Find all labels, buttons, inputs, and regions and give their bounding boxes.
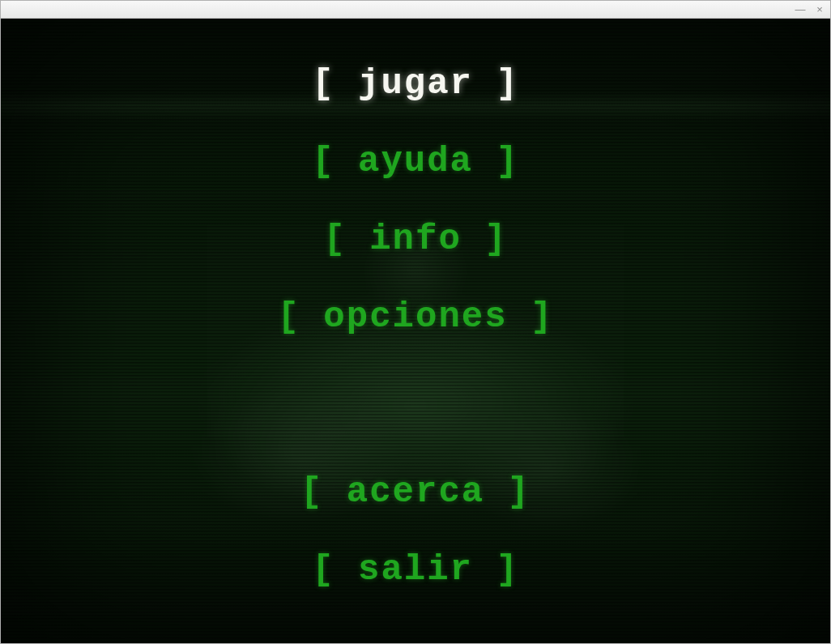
minimize-button[interactable]: — — [795, 4, 806, 15]
menu-item-exit[interactable]: [ salir ] — [312, 552, 519, 587]
menu-item-about[interactable]: [ acerca ] — [300, 474, 531, 510]
game-viewport: [ jugar ] [ ayuda ] [ info ] [ opciones … — [1, 19, 830, 643]
app-window: — × [ jugar ] [ ayuda ] [ info ] [ opcio… — [0, 0, 831, 644]
menu-item-help[interactable]: [ ayuda ] — [312, 143, 519, 179]
menu-item-play[interactable]: [ jugar ] — [312, 66, 519, 101]
menu-item-options[interactable]: [ opciones ] — [278, 299, 554, 335]
menu-item-info[interactable]: [ info ] — [323, 221, 507, 257]
titlebar: — × — [1, 1, 830, 19]
main-menu: [ jugar ] [ ayuda ] [ info ] [ opciones … — [1, 19, 830, 643]
close-button[interactable]: × — [814, 4, 825, 15]
